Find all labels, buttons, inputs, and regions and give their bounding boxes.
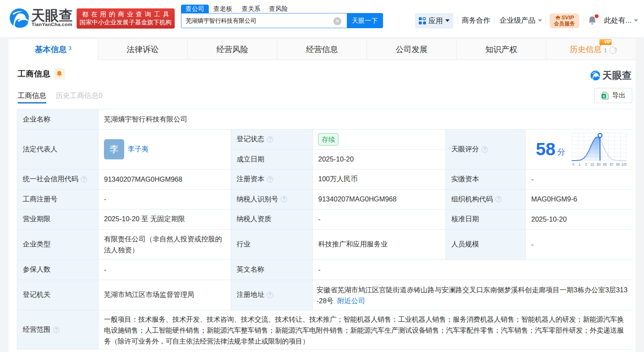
svg-text:3: 3 (585, 163, 587, 166)
svg-text:85: 85 (603, 163, 607, 166)
svg-text:97: 97 (609, 163, 614, 166)
svg-text:1: 1 (579, 163, 581, 166)
svg-text:100: 100 (621, 163, 627, 166)
svg-text:50: 50 (596, 163, 601, 166)
svg-text:X: X (602, 94, 605, 98)
svg-text:99: 99 (616, 163, 620, 166)
svg-text:0: 0 (572, 163, 575, 166)
svg-text:15: 15 (590, 163, 594, 166)
